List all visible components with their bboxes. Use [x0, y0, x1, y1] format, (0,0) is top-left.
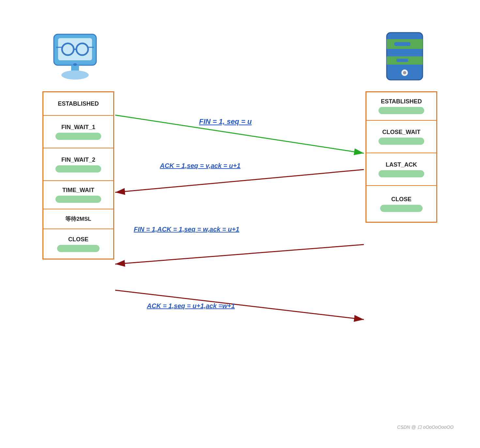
svg-line-20 [115, 115, 364, 153]
server-close-wait-label: CLOSE_WAIT [382, 129, 420, 136]
server-established: ESTABLISHED [366, 92, 436, 121]
server-close-label: CLOSE [391, 196, 411, 203]
svg-line-21 [115, 170, 364, 192]
svg-rect-12 [394, 42, 410, 46]
client-fin-wait-2-label: FIN_WAIT_2 [61, 157, 95, 163]
arrow3-label: FIN = 1,ACK = 1,seq = w,ack = u+1 [134, 226, 239, 233]
diagram-container: ESTABLISHED FIN_WAIT_1 FIN_WAIT_2 TIME_W… [16, 20, 463, 437]
client-established: ESTABLISHED [43, 92, 113, 116]
server-close-wait: CLOSE_WAIT [366, 121, 436, 153]
arrow2-label: ACK = 1,seq = v,ack = u+1 [160, 162, 240, 169]
client-icon [49, 26, 101, 85]
server-last-ack-label: LAST_ACK [386, 161, 417, 168]
svg-rect-14 [396, 59, 408, 62]
svg-point-16 [403, 71, 406, 74]
client-states: ESTABLISHED FIN_WAIT_1 FIN_WAIT_2 TIME_W… [42, 91, 114, 260]
client-close: CLOSE [43, 229, 113, 259]
svg-point-9 [73, 63, 77, 66]
server-last-ack: LAST_ACK [366, 153, 436, 186]
client-dengdai-label: 等待2MSL [65, 215, 91, 223]
arrow1-label: FIN = 1, seq = u [199, 117, 252, 126]
client-established-label: ESTABLISHED [58, 100, 99, 107]
server-states: ESTABLISHED CLOSE_WAIT LAST_ACK CLOSE [365, 91, 437, 223]
svg-line-23 [115, 290, 364, 320]
watermark: CSDN @ 口 oOoOoOooOO [397, 425, 454, 430]
client-dengdai: 等待2MSL [43, 209, 113, 229]
client-time-wait: TIME_WAIT [43, 181, 113, 209]
svg-point-8 [61, 70, 89, 80]
client-fin-wait-1: FIN_WAIT_1 [43, 116, 113, 148]
client-time-wait-label: TIME_WAIT [62, 187, 94, 194]
arrow4-label: ACK = 1,seq = u+1,ack =w+1 [147, 302, 235, 309]
svg-line-22 [115, 245, 364, 264]
server-established-label: ESTABLISHED [381, 98, 422, 105]
client-close-label: CLOSE [68, 236, 88, 243]
server-icon [379, 26, 431, 85]
server-close: CLOSE [366, 186, 436, 222]
client-fin-wait-1-label: FIN_WAIT_1 [61, 124, 95, 131]
client-fin-wait-2: FIN_WAIT_2 [43, 148, 113, 181]
